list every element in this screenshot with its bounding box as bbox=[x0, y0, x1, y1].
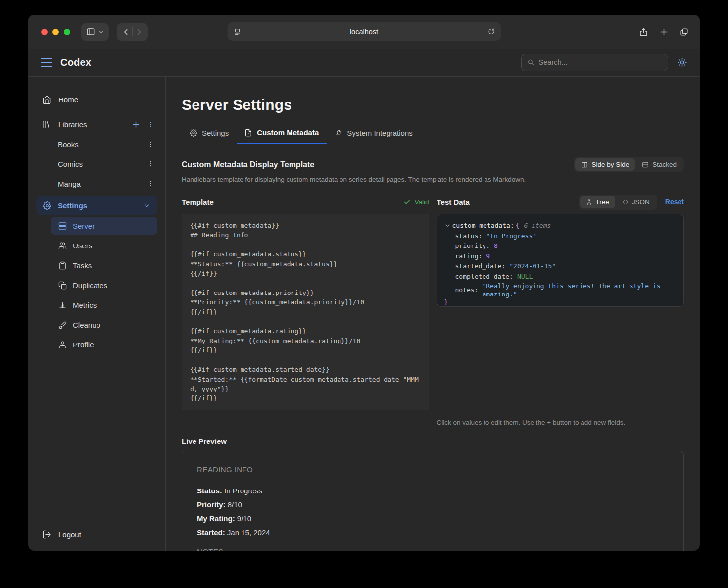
tab-overview-icon[interactable] bbox=[679, 27, 689, 37]
stacked-button[interactable]: Stacked bbox=[636, 158, 682, 171]
tree-label: Tree bbox=[596, 198, 609, 206]
share-icon[interactable] bbox=[639, 27, 648, 37]
tab-bar: Settings Custom Metadata System Integrat… bbox=[182, 128, 684, 144]
sidebar-item-metrics[interactable]: Metrics bbox=[51, 296, 157, 314]
field-value[interactable]: NULL bbox=[517, 273, 533, 280]
field-value[interactable]: 9 bbox=[486, 252, 490, 260]
sidebar-item-home[interactable]: Home bbox=[28, 90, 165, 109]
close-button[interactable] bbox=[41, 29, 48, 35]
manga-more-icon[interactable] bbox=[147, 180, 154, 187]
logout-label: Logout bbox=[58, 530, 81, 539]
panel-icon bbox=[86, 27, 95, 36]
libraries-more-icon[interactable] bbox=[147, 121, 154, 128]
section-subtitle: Handlebars template for displaying custo… bbox=[182, 176, 684, 183]
app-header: Codex bbox=[28, 49, 700, 77]
field-key: notes bbox=[455, 286, 479, 294]
copy-icon bbox=[58, 281, 67, 290]
zoom-button[interactable] bbox=[64, 29, 70, 35]
nav-divider bbox=[132, 27, 133, 36]
validation-status: Valid bbox=[403, 198, 429, 206]
preview-row-rating: My Rating: 9/10 bbox=[197, 513, 669, 524]
field-value[interactable]: "In Progress" bbox=[486, 232, 536, 240]
sidebar-item-cleanup[interactable]: Cleanup bbox=[51, 316, 157, 334]
template-label: Template bbox=[182, 198, 214, 206]
sidebar-item-books[interactable]: Books bbox=[28, 134, 165, 154]
theme-toggle-button[interactable] bbox=[678, 58, 687, 67]
traffic-lights bbox=[41, 29, 70, 35]
side-by-side-button[interactable]: Side by Side bbox=[575, 158, 635, 171]
field-key: rating bbox=[455, 252, 483, 260]
layout-toggle: Side by Side Stacked bbox=[574, 157, 684, 172]
add-library-icon[interactable] bbox=[132, 120, 140, 129]
sidebar-toggle-button[interactable] bbox=[81, 23, 109, 41]
tab-settings[interactable]: Settings bbox=[182, 128, 237, 144]
page-title: Server Settings bbox=[182, 97, 684, 113]
sidebar-item-libraries[interactable]: Libraries bbox=[28, 114, 165, 134]
browser-window: localhost Codex Home Libr bbox=[28, 15, 700, 551]
sidebar-item-tasks[interactable]: Tasks bbox=[51, 256, 157, 274]
back-icon[interactable] bbox=[122, 28, 130, 36]
sidebar-item-manga[interactable]: Manga bbox=[28, 174, 165, 194]
tab-custom-metadata[interactable]: Custom Metadata bbox=[237, 128, 327, 144]
bar-chart-icon bbox=[58, 301, 67, 309]
person-icon bbox=[58, 341, 67, 349]
books-more-icon[interactable] bbox=[147, 141, 154, 147]
app-title: Codex bbox=[60, 57, 91, 68]
server-icon bbox=[58, 222, 67, 230]
test-data-label: Test Data bbox=[437, 198, 470, 206]
sidebar-item-comics[interactable]: Comics bbox=[28, 154, 165, 174]
sidebar-item-users[interactable]: Users bbox=[51, 237, 157, 254]
close-brace: } bbox=[444, 298, 677, 306]
preview-section-heading: READING INFO bbox=[197, 465, 669, 474]
plug-icon bbox=[335, 129, 342, 137]
library-icon bbox=[42, 120, 51, 129]
code-icon bbox=[622, 199, 629, 205]
search-icon bbox=[527, 58, 534, 66]
collapse-caret-icon[interactable] bbox=[444, 222, 451, 229]
tree-field-priority: priority 8 bbox=[444, 241, 677, 251]
sidebar-item-label: Home bbox=[58, 96, 78, 104]
template-column: Template Valid {{#if custom_metadata}} #… bbox=[182, 196, 429, 410]
tree-view-button[interactable]: Tree bbox=[580, 196, 615, 208]
preview-notes-heading: NOTES bbox=[197, 546, 669, 551]
file-icon bbox=[244, 129, 252, 137]
search-input[interactable] bbox=[539, 58, 662, 66]
tab-label: Settings bbox=[202, 129, 229, 137]
field-value[interactable]: "2024-01-15" bbox=[509, 262, 556, 270]
chevron-down-icon bbox=[98, 29, 104, 35]
minimize-button[interactable] bbox=[52, 29, 59, 35]
live-preview: READING INFO Status: In Progress Priorit… bbox=[182, 451, 684, 551]
sidebar-item-profile[interactable]: Profile bbox=[51, 336, 157, 353]
search-box[interactable] bbox=[521, 54, 668, 71]
sidebar-item-server[interactable]: Server bbox=[51, 217, 157, 235]
forward-icon[interactable] bbox=[135, 28, 143, 36]
address-bar[interactable]: localhost bbox=[227, 22, 501, 41]
template-code: {{#if custom_metadata}} ## Reading Info … bbox=[190, 221, 421, 410]
sun-icon bbox=[678, 58, 687, 67]
brush-icon bbox=[58, 321, 67, 329]
logout-button[interactable]: Logout bbox=[28, 521, 165, 551]
tab-system-integrations[interactable]: System Integrations bbox=[327, 128, 421, 144]
json-label: JSON bbox=[632, 198, 650, 206]
sidebar-item-label: Metrics bbox=[73, 301, 97, 309]
json-view-button[interactable]: JSON bbox=[616, 196, 656, 208]
chevron-down-icon bbox=[144, 202, 150, 209]
test-data-tree: custom_metadata{ 6 items status "In Prog… bbox=[437, 214, 684, 307]
test-data-hint: Click on values to edit them. Use the + … bbox=[437, 419, 684, 426]
tree-root-key[interactable]: custom_metadata bbox=[452, 222, 514, 229]
sidebar-item-settings[interactable]: Settings bbox=[36, 196, 157, 215]
tree-field-status: status "In Progress" bbox=[444, 231, 677, 241]
live-preview-label: Live Preview bbox=[182, 437, 684, 445]
menu-button[interactable] bbox=[41, 58, 52, 67]
reset-button[interactable]: Reset bbox=[665, 198, 684, 206]
field-value[interactable]: 8 bbox=[494, 242, 498, 249]
template-editor[interactable]: {{#if custom_metadata}} ## Reading Info … bbox=[182, 214, 429, 410]
new-tab-icon[interactable] bbox=[659, 27, 669, 37]
gear-icon bbox=[43, 201, 51, 210]
logout-icon bbox=[42, 530, 51, 539]
sidebar-item-duplicates[interactable]: Duplicates bbox=[51, 276, 157, 294]
preview-row-priority: Priority: 8/10 bbox=[197, 499, 669, 510]
sidebar-item-label: Server bbox=[73, 222, 95, 230]
field-value[interactable]: "Really enjoying this series! The art st… bbox=[482, 282, 661, 298]
comics-more-icon[interactable] bbox=[147, 160, 154, 167]
